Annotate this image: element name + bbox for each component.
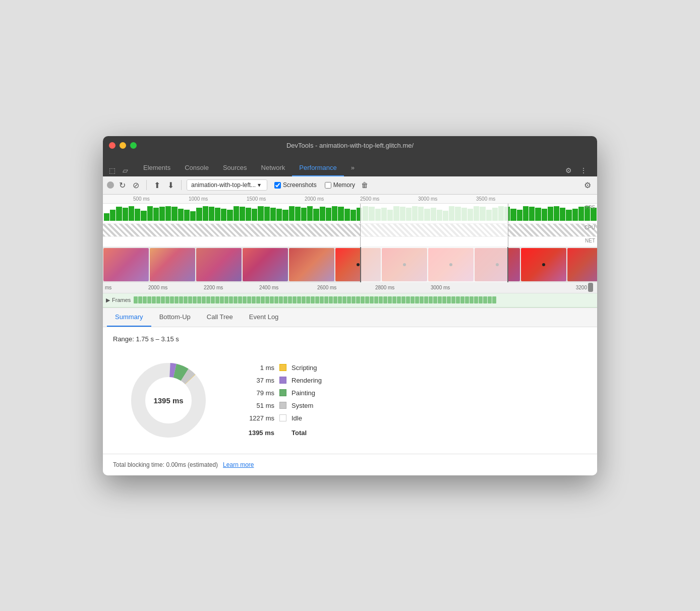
frame-bar [320,296,324,303]
devtools-icons: ⬚ ▱ [107,164,130,176]
fps-bar [190,211,196,220]
scrollbar-thumb[interactable] [588,283,593,292]
frame-bar [420,296,424,303]
fps-bar [246,208,251,221]
legend-rendering: 37 ms Rendering [244,377,322,384]
frame-bar [451,296,455,303]
screenshot-thumb[interactable] [289,248,334,281]
fps-bar [572,209,578,220]
frame-bar [283,296,287,303]
frame-bar [465,296,469,303]
screenshots-checkbox[interactable] [274,182,281,189]
fps-bar [203,206,208,221]
upload-button[interactable]: ⬆ [152,179,162,191]
reload-button[interactable]: ↻ [117,179,128,191]
frame-bar [147,296,151,303]
screenshot-thumb[interactable] [567,248,597,281]
frame-bar [361,296,365,303]
learn-more-link[interactable]: Learn more [223,461,254,468]
fps-bar [326,208,331,221]
tab-more[interactable]: » [344,160,362,176]
device-icon[interactable]: ▱ [121,164,130,176]
gear-icon[interactable]: ⚙ [582,179,593,191]
frame-bar [170,296,174,303]
tab-bottom-up[interactable]: Bottom-Up [151,308,199,327]
fps-bar [313,209,319,220]
rendering-ms: 37 ms [244,377,274,384]
tick2-ms: ms [105,285,111,290]
frame-bar [274,296,278,303]
screenshot-thumb[interactable] [243,248,288,281]
performance-toolbar: ↻ ⊘ ⬆ ⬇ animation-with-top-left... ▾ Scr… [103,176,597,195]
fps-bar [560,208,565,221]
fps-bar [141,211,146,221]
tab-call-tree[interactable]: Call Tree [199,308,241,327]
frames-triangle-icon[interactable]: ▶ [106,297,110,303]
screenshot-thumb[interactable] [103,248,149,281]
frame-bar [174,296,179,303]
cpu-diagram [103,224,597,236]
frame-bar [347,296,351,303]
fps-bar [351,210,356,221]
close-button[interactable] [109,142,115,149]
cpu-row: CPU [103,224,597,237]
tab-performance[interactable]: Performance [292,160,343,176]
fps-bar [178,209,184,220]
screenshot-thumb[interactable] [150,248,195,281]
frame-bar [306,296,310,303]
fps-bar [234,206,239,221]
maximize-button[interactable] [130,142,137,149]
screenshots-container [103,247,597,282]
fps-bar [529,207,535,220]
frame-bar [324,296,328,303]
fps-bar [282,210,288,221]
frame-bar [279,296,283,303]
frame-bar [206,296,210,303]
cursor-icon[interactable]: ⬚ [107,164,118,176]
tab-summary[interactable]: Summary [107,308,151,327]
tab-elements[interactable]: Elements [136,160,178,176]
separator-1 [146,180,147,190]
titlebar: DevTools - animation-with-top-left.glitc… [103,136,597,155]
scripting-ms: 1 ms [244,364,274,372]
frame-bar [383,296,387,303]
trash-icon[interactable]: 🗑 [358,180,371,190]
tab-network[interactable]: Network [254,160,293,176]
more-icon[interactable]: ⋮ [578,164,589,176]
frame-bar [188,296,192,303]
frame-bar [156,296,160,303]
screenshots-gap-overlay [360,247,508,282]
screenshot-thumb[interactable] [521,248,566,281]
stop-button[interactable]: ⊘ [131,179,141,191]
frame-bar [488,296,492,303]
frame-bar [492,296,496,303]
fps-bar [554,206,559,221]
fps-bar [578,207,584,220]
fps-bar [338,207,343,220]
fps-label: FPS [586,205,595,210]
frame-bar [333,296,337,303]
fps-bar [548,207,553,220]
settings-icon[interactable]: ⚙ [563,164,574,176]
fps-bar [258,206,263,221]
tab-sources[interactable]: Sources [216,160,254,176]
blocking-text: Total blocking time: 0.00ms (estimated) [113,461,218,468]
minimize-button[interactable] [120,142,126,149]
fps-bar [184,210,190,221]
total-ms: 1395 ms [244,429,274,437]
rendering-swatch [279,377,286,384]
frame-bar [329,296,333,303]
fps-bar [523,206,529,221]
memory-checkbox[interactable] [325,182,331,189]
record-button[interactable] [107,181,114,189]
fps-bar [344,209,350,220]
fps-bar [135,209,140,220]
download-button[interactable]: ⬇ [165,179,176,191]
screenshot-thumb[interactable] [196,248,242,281]
system-label: System [291,402,313,409]
tab-console[interactable]: Console [178,160,216,176]
url-selector[interactable]: animation-with-top-left... ▾ [187,179,267,191]
tab-event-log[interactable]: Event Log [241,308,287,327]
frame-bar [429,296,433,303]
fps-bar [159,207,165,220]
